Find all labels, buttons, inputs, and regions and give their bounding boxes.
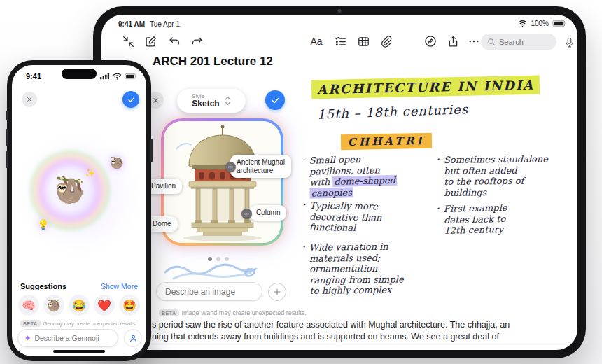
redo-button[interactable] <box>188 33 205 50</box>
genmoji-description-input[interactable] <box>34 334 112 342</box>
attachment-button[interactable] <box>377 33 394 50</box>
emoji-suggestion[interactable]: 🧠 <box>18 295 39 316</box>
collapse-icon <box>122 35 135 48</box>
bullet-first-example: · First example dates back to 12th centu… <box>435 201 569 237</box>
bullet-sometimes-standalone: · Sometimes standalone but often added t… <box>436 153 570 198</box>
checkmark-icon <box>271 96 280 105</box>
undo-icon <box>168 35 181 48</box>
undo-button[interactable] <box>166 33 183 50</box>
minus-icon <box>244 211 250 217</box>
note-body-line: s period saw the rise of another feature… <box>152 320 575 330</box>
bullet-dot: · <box>435 204 440 237</box>
share-button[interactable] <box>444 33 461 50</box>
note-body-line: ning that extends away from buildings an… <box>152 332 575 342</box>
bullet-wide-variation: · Wide variation in materials used; orna… <box>302 241 428 296</box>
more-button[interactable] <box>465 33 482 50</box>
share-icon <box>447 35 460 48</box>
remove-tag-button[interactable] <box>241 209 252 219</box>
search-input[interactable] <box>499 38 550 46</box>
genmoji-thumbnail-lightbulb[interactable]: 💡 <box>37 219 49 230</box>
volume-up-button <box>6 129 8 146</box>
bullet-dot: · <box>301 155 305 199</box>
handwritten-section-heading: CHHATRI <box>341 133 432 150</box>
handwritten-heading: ARCHITECTURE IN INDIA <box>312 76 540 99</box>
battery-percent: 100% <box>531 20 549 27</box>
markup-button[interactable] <box>422 33 439 50</box>
beta-text: Image Wand may create unexpected results… <box>182 309 307 316</box>
remove-tag-button[interactable] <box>225 162 236 172</box>
emoji-suggestion[interactable]: 🤩 <box>119 295 140 316</box>
iphone-device: 9:41 🦥 ✨ 🦥 💡 Suggestions Show More <box>7 60 151 361</box>
person-genmoji-button[interactable] <box>124 329 142 347</box>
show-more-link[interactable]: Show More <box>101 282 138 290</box>
compose-button[interactable] <box>142 33 159 50</box>
search-icon <box>487 38 496 46</box>
image-wand-accept-button[interactable] <box>265 90 285 110</box>
emoji-suggestion[interactable]: 🦥 <box>43 295 64 316</box>
home-indicator[interactable] <box>53 350 105 353</box>
cellular-signal-icon <box>100 73 110 80</box>
genmoji-beta-notice: BETA Genmoji may create unexpected resul… <box>20 320 137 327</box>
bullet-text: Wide variation in materials used; orname… <box>309 241 404 296</box>
sketch-strokes <box>161 260 284 282</box>
style-picker[interactable]: Style Sketch <box>177 89 246 113</box>
bullet-small-open-pavilions: · Small open pavilions, often with dome-… <box>301 153 422 199</box>
redo-icon <box>190 35 204 48</box>
ipad-device: 9:41 AM Tue Apr 1 100% Aa <box>93 6 586 358</box>
dictation-button[interactable] <box>561 34 578 50</box>
style-value: Sketch <box>192 99 219 108</box>
wifi-icon <box>518 20 527 27</box>
beta-badge: BETA <box>20 320 41 327</box>
status-date: Tue Apr 1 <box>150 20 180 28</box>
bullet-dot: · <box>302 242 306 297</box>
person-icon <box>129 334 138 343</box>
wifi-icon <box>113 73 122 80</box>
checkmark-icon <box>127 96 135 104</box>
genmoji-close-button[interactable] <box>22 92 37 107</box>
bullet-dot: · <box>302 200 306 233</box>
add-image-prompt-button[interactable] <box>268 283 286 301</box>
minus-icon <box>227 164 234 170</box>
markup-pencil-icon <box>424 34 438 48</box>
action-button <box>6 111 8 120</box>
image-description-field[interactable] <box>156 282 262 301</box>
apple-intelligence-icon <box>24 334 31 343</box>
iphone-screen: 9:41 🦥 ✨ 🦥 💡 Suggestions Show More <box>12 65 146 356</box>
volume-down-button <box>6 151 8 168</box>
ipad-status-right: 100% <box>518 20 568 27</box>
format-button[interactable]: Aa <box>308 33 325 50</box>
checklist-icon <box>334 35 347 48</box>
ipad-screen: 9:41 AM Tue Apr 1 100% Aa <box>102 15 578 350</box>
suggestions-label: Suggestions <box>20 282 66 290</box>
genmoji-accept-button[interactable] <box>122 91 139 108</box>
emoji-suggestion[interactable]: ❤️ <box>94 295 115 316</box>
handwritten-subheading: 15th – 18th centuries <box>317 102 469 122</box>
close-icon <box>26 96 33 103</box>
emoji-suggestion[interactable]: 😂 <box>69 295 90 316</box>
genmoji-description-field[interactable] <box>18 329 118 347</box>
genmoji-thumbnail-sloth[interactable]: 🦥 <box>110 156 124 169</box>
tag-column[interactable]: Column <box>250 205 286 220</box>
microphone-icon <box>564 36 575 49</box>
bullet-text: First example dates back to 12th century <box>444 202 508 237</box>
bullet-typically-decorative: · Typically more decorative than functio… <box>302 200 423 234</box>
beta-text: Genmoji may create unexpected results. <box>43 321 137 327</box>
tag-ancient-mughal-architecture[interactable]: Ancient Mughal architecture <box>230 155 291 178</box>
battery-icon <box>552 20 568 27</box>
power-button <box>150 139 153 162</box>
search-field[interactable] <box>481 34 556 50</box>
ellipsis-icon <box>468 35 480 48</box>
image-wand-beta-notice: BETA Image Wand may create unexpected re… <box>159 309 307 316</box>
status-time: 9:41 AM <box>118 20 145 28</box>
table-button[interactable] <box>355 33 372 50</box>
divider <box>102 346 578 346</box>
bullet-dot: · <box>436 155 440 198</box>
bullet-text: Typically more decorative than functiona… <box>309 200 382 234</box>
sparkle-icon: ✨ <box>85 168 95 178</box>
checklist-button[interactable] <box>332 33 349 50</box>
stage: 9:41 AM Tue Apr 1 100% Aa <box>0 0 602 364</box>
collapse-button[interactable] <box>120 33 136 50</box>
emoji-suggestions-row: 🧠 🦥 😂 ❤️ 🤩 <box>12 295 146 316</box>
image-description-input[interactable] <box>157 287 262 297</box>
bullet-text: Sometimes standalone but often added to … <box>444 153 549 198</box>
